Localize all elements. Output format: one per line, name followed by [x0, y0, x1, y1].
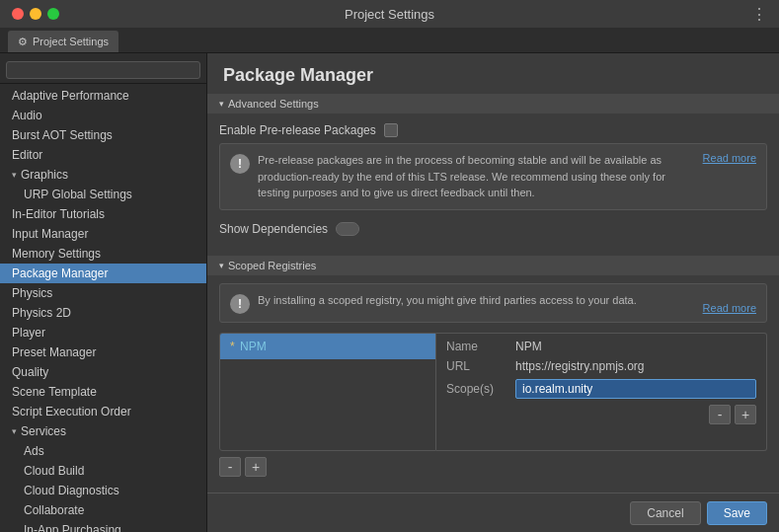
sidebar-item-collaborate[interactable]: Collaborate — [0, 500, 206, 520]
sidebar-item-label: Graphics — [21, 168, 68, 182]
detail-remove-button[interactable]: - — [709, 405, 731, 424]
minimize-button[interactable] — [30, 8, 41, 20]
close-button[interactable] — [12, 8, 24, 20]
sidebar-item-quality[interactable]: Quality — [0, 362, 206, 382]
name-label: Name — [446, 340, 515, 353]
save-button[interactable]: Save — [707, 501, 767, 525]
chevron-down-icon: ▾ — [12, 426, 17, 436]
registry-list: * NPM — [219, 333, 436, 451]
sidebar-item-graphics[interactable]: ▾ Graphics — [0, 165, 206, 185]
advanced-settings-label: Advanced Settings — [228, 98, 319, 110]
tab-bar: ⚙ Project Settings — [0, 28, 779, 53]
enable-prerelease-label: Enable Pre-release Packages — [219, 123, 376, 137]
scoped-registries-section: ▾ Scoped Registries ! By installing a sc… — [207, 256, 779, 485]
sidebar-item-burst-aot[interactable]: Burst AOT Settings — [0, 125, 206, 145]
sidebar-item-label: Services — [21, 424, 66, 438]
cancel-button[interactable]: Cancel — [630, 501, 700, 525]
sidebar-item-urp-global[interactable]: URP Global Settings — [0, 185, 206, 204]
scopes-input[interactable] — [515, 379, 756, 399]
registry-layout: * NPM Name NPM URL https://reg — [219, 333, 767, 451]
prerelease-info-text: Pre-release packages are in the process … — [258, 152, 695, 201]
sidebar-item-preset-manager[interactable]: Preset Manager — [0, 342, 206, 362]
registry-list-buttons: - + — [219, 457, 767, 477]
show-dependencies-toggle[interactable] — [336, 222, 359, 236]
maximize-button[interactable] — [47, 8, 59, 20]
prerelease-info-box: ! Pre-release packages are in the proces… — [219, 143, 767, 210]
scoped-info-icon: ! — [230, 294, 250, 314]
detail-name-row: Name NPM — [446, 340, 756, 353]
title-bar: Project Settings ⋮ — [0, 0, 779, 28]
enable-prerelease-checkbox[interactable] — [384, 123, 398, 137]
advanced-settings-body: Enable Pre-release Packages ! Pre-releas… — [207, 114, 779, 248]
show-dependencies-label: Show Dependencies — [219, 222, 328, 236]
window-title: Project Settings — [345, 7, 434, 22]
detail-url-row: URL https://registry.npmjs.org — [446, 359, 756, 373]
scoped-read-more[interactable]: Read more — [703, 302, 756, 314]
registry-remove-button[interactable]: - — [219, 457, 241, 477]
scoped-registries-header[interactable]: ▾ Scoped Registries — [207, 256, 779, 275]
scoped-info-box: ! By installing a scoped registry, you m… — [219, 283, 767, 323]
sidebar-item-cloud-build[interactable]: Cloud Build — [0, 461, 206, 481]
sidebar-item-physics[interactable]: Physics — [0, 283, 206, 303]
gear-icon: ⚙ — [18, 36, 28, 48]
scoped-registries-body: ! By installing a scoped registry, you m… — [207, 275, 779, 485]
sidebar-search-container — [0, 57, 206, 84]
info-icon: ! — [230, 154, 250, 174]
url-value: https://registry.npmjs.org — [515, 359, 756, 373]
sidebar-item-scene-template[interactable]: Scene Template — [0, 382, 206, 402]
asterisk-icon: * — [230, 340, 235, 353]
sidebar-item-input-manager[interactable]: Input Manager — [0, 224, 206, 244]
advanced-settings-section: ▾ Advanced Settings Enable Pre-release P… — [207, 94, 779, 248]
sidebar-item-editor[interactable]: Editor — [0, 145, 206, 165]
registry-detail: Name NPM URL https://registry.npmjs.org … — [436, 333, 767, 451]
sidebar-item-package-manager[interactable]: Package Manager — [0, 264, 206, 283]
sidebar-item-ads[interactable]: Ads — [0, 441, 206, 461]
name-value: NPM — [515, 340, 756, 353]
sidebar-item-services[interactable]: ▾ Services — [0, 421, 206, 441]
sidebar-item-player[interactable]: Player — [0, 323, 206, 342]
scopes-label: Scope(s) — [446, 382, 515, 396]
registry-item-npm[interactable]: * NPM — [220, 334, 435, 359]
chevron-down-icon: ▾ — [12, 170, 17, 180]
content-area: Package Manager ▾ Advanced Settings Enab… — [207, 53, 779, 532]
detail-scopes-row: Scope(s) — [446, 379, 756, 399]
advanced-settings-header[interactable]: ▾ Advanced Settings — [207, 94, 779, 114]
registry-add-button[interactable]: + — [245, 457, 267, 477]
prerelease-read-more[interactable]: Read more — [703, 152, 756, 164]
sidebar-item-adaptive-performance[interactable]: Adaptive Performance — [0, 86, 206, 106]
show-dependencies-row: Show Dependencies — [219, 218, 767, 240]
scoped-info-text: By installing a scoped registry, you mig… — [258, 292, 756, 314]
scoped-registries-label: Scoped Registries — [228, 260, 316, 271]
sidebar-item-cloud-diagnostics[interactable]: Cloud Diagnostics — [0, 481, 206, 500]
sidebar-item-in-app-purchasing[interactable]: In-App Purchasing — [0, 520, 206, 532]
sidebar-item-audio[interactable]: Audio — [0, 106, 206, 125]
window-controls — [12, 8, 59, 20]
detail-add-button[interactable]: + — [735, 405, 756, 424]
search-input[interactable] — [6, 61, 200, 79]
page-title: Package Manager — [207, 53, 779, 94]
tab-project-settings[interactable]: ⚙ Project Settings — [8, 31, 118, 52]
detail-add-remove-buttons: - + — [709, 405, 756, 424]
sidebar-item-physics-2d[interactable]: Physics 2D — [0, 303, 206, 323]
url-label: URL — [446, 359, 515, 373]
menu-icon[interactable]: ⋮ — [751, 5, 767, 24]
sidebar-item-memory-settings[interactable]: Memory Settings — [0, 244, 206, 264]
main-layout: Adaptive Performance Audio Burst AOT Set… — [0, 53, 779, 532]
chevron-down-icon: ▾ — [219, 261, 224, 270]
registry-bottom: - + — [446, 405, 756, 424]
registry-item-label: NPM — [240, 340, 267, 353]
sidebar-item-script-execution[interactable]: Script Execution Order — [0, 402, 206, 421]
content-bottom-bar: Cancel Save — [207, 493, 779, 533]
enable-prerelease-row: Enable Pre-release Packages — [219, 121, 767, 143]
chevron-down-icon: ▾ — [219, 99, 224, 109]
sidebar-item-in-editor-tutorials[interactable]: In-Editor Tutorials — [0, 204, 206, 224]
sidebar: Adaptive Performance Audio Burst AOT Set… — [0, 53, 207, 532]
tab-label: Project Settings — [33, 36, 109, 47]
